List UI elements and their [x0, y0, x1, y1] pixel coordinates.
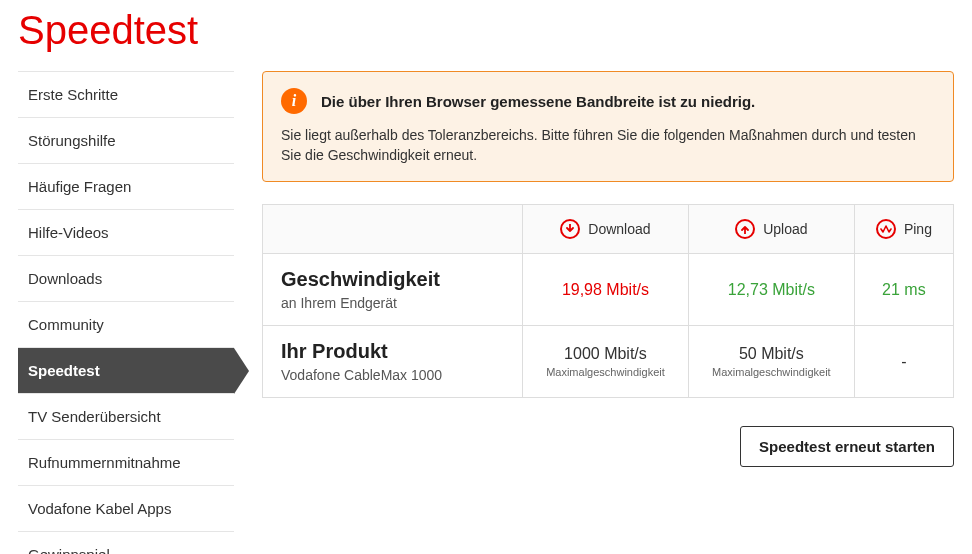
product-upload-sub: Maximalgeschwindigkeit	[707, 366, 836, 378]
col-download-label: Download	[588, 221, 650, 237]
col-blank	[263, 205, 523, 254]
alert-title: Die über Ihren Browser gemessene Bandbre…	[321, 93, 755, 110]
sidebar-item-5[interactable]: Community	[18, 302, 234, 348]
measured-ping: 21 ms	[882, 281, 926, 298]
ping-icon	[876, 219, 896, 239]
sidebar-item-8[interactable]: Rufnummernmitnahme	[18, 440, 234, 486]
sidebar-item-2[interactable]: Häufige Fragen	[18, 164, 234, 210]
restart-button[interactable]: Speedtest erneut starten	[740, 426, 954, 467]
row-measured: Geschwindigkeit an Ihrem Endgerät 19,98 …	[263, 254, 954, 326]
measured-title: Geschwindigkeit	[281, 268, 504, 291]
upload-icon	[735, 219, 755, 239]
product-title: Ihr Produkt	[281, 340, 504, 363]
col-ping: Ping	[854, 205, 953, 254]
measured-sub: an Ihrem Endgerät	[281, 295, 504, 311]
product-name: Vodafone CableMax 1000	[281, 367, 504, 383]
product-download-sub: Maximalgeschwindigkeit	[541, 366, 670, 378]
sidebar-item-1[interactable]: Störungshilfe	[18, 118, 234, 164]
sidebar-item-10[interactable]: Gewinnspiel	[18, 532, 234, 554]
sidebar-item-6[interactable]: Speedtest	[18, 348, 234, 394]
page-title: Speedtest	[18, 8, 954, 53]
col-download: Download	[523, 205, 689, 254]
info-icon: i	[281, 88, 307, 114]
sidebar: Erste SchritteStörungshilfeHäufige Frage…	[18, 71, 234, 554]
product-ping: -	[901, 353, 906, 370]
measured-upload: 12,73 Mbit/s	[728, 281, 815, 298]
measured-download: 19,98 Mbit/s	[562, 281, 649, 298]
sidebar-item-4[interactable]: Downloads	[18, 256, 234, 302]
download-icon	[560, 219, 580, 239]
speed-result-table: Download Upload	[262, 204, 954, 398]
main-content: i Die über Ihren Browser gemessene Bandb…	[262, 71, 954, 554]
alert-body: Sie liegt außerhalb des Toleranzbereichs…	[281, 126, 935, 165]
col-upload: Upload	[688, 205, 854, 254]
alert-box: i Die über Ihren Browser gemessene Bandb…	[262, 71, 954, 182]
sidebar-item-7[interactable]: TV Senderübersicht	[18, 394, 234, 440]
product-download: 1000 Mbit/s	[541, 345, 670, 363]
product-upload: 50 Mbit/s	[707, 345, 836, 363]
col-ping-label: Ping	[904, 221, 932, 237]
sidebar-item-9[interactable]: Vodafone Kabel Apps	[18, 486, 234, 532]
row-product: Ihr Produkt Vodafone CableMax 1000 1000 …	[263, 326, 954, 398]
sidebar-item-3[interactable]: Hilfe-Videos	[18, 210, 234, 256]
sidebar-item-0[interactable]: Erste Schritte	[18, 71, 234, 118]
col-upload-label: Upload	[763, 221, 807, 237]
